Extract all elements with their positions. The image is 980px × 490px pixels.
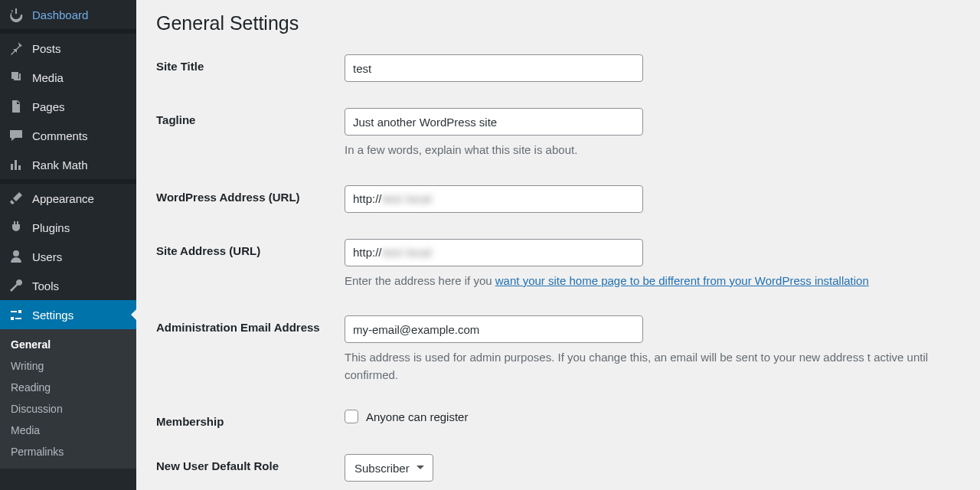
- sidebar-item-rankmath[interactable]: Rank Math: [0, 150, 136, 179]
- tagline-input[interactable]: [345, 108, 643, 136]
- submenu-item-permalinks[interactable]: Permalinks: [0, 441, 136, 462]
- sidebar-item-label: Dashboard: [32, 8, 88, 21]
- sidebar-item-label: Appearance: [32, 192, 94, 205]
- label-wp-url: WordPress Address (URL): [156, 185, 345, 204]
- submenu-item-writing[interactable]: Writing: [0, 355, 136, 377]
- comment-icon: [8, 127, 24, 144]
- site-url-help-link[interactable]: want your site home page to be different…: [495, 274, 869, 287]
- default-role-select[interactable]: Subscriber: [345, 454, 433, 482]
- sidebar-item-label: Users: [32, 250, 62, 263]
- membership-checkbox[interactable]: [345, 410, 358, 423]
- sidebar-item-pages[interactable]: Pages: [0, 92, 136, 121]
- sidebar-item-settings[interactable]: Settings: [0, 300, 136, 329]
- label-tagline: Tagline: [156, 108, 345, 126]
- admin-sidebar: Dashboard Posts Media Pages Comments Ran…: [0, 0, 136, 490]
- membership-checkbox-wrap[interactable]: Anyone can register: [345, 410, 960, 423]
- membership-checkbox-label: Anyone can register: [366, 410, 468, 423]
- site-url-input[interactable]: http:// test local: [345, 239, 643, 266]
- sidebar-item-label: Comments: [32, 129, 88, 142]
- sidebar-item-media[interactable]: Media: [0, 63, 136, 92]
- user-icon: [8, 248, 24, 265]
- sidebar-item-dashboard[interactable]: Dashboard: [0, 0, 136, 29]
- sidebar-item-label: Rank Math: [32, 158, 88, 172]
- sidebar-item-comments[interactable]: Comments: [0, 121, 136, 150]
- sidebar-item-appearance[interactable]: Appearance: [0, 184, 136, 213]
- sidebar-item-posts[interactable]: Posts: [0, 34, 136, 63]
- url-prefix: http://: [353, 192, 382, 205]
- sidebar-item-label: Posts: [32, 42, 61, 55]
- submenu-item-reading[interactable]: Reading: [0, 377, 136, 398]
- tagline-description: In a few words, explain what this site i…: [345, 142, 960, 159]
- row-admin-email: Administration Email Address This addres…: [156, 315, 960, 384]
- wrench-icon: [8, 277, 24, 294]
- wp-url-input[interactable]: http:// test local: [345, 185, 643, 213]
- main-content: General Settings Site Title Tagline In a…: [136, 0, 980, 490]
- media-icon: [8, 69, 24, 86]
- sliders-icon: [8, 306, 24, 323]
- label-site-url: Site Address (URL): [156, 239, 345, 257]
- label-admin-email: Administration Email Address: [156, 315, 345, 334]
- plug-icon: [8, 219, 24, 236]
- site-title-input[interactable]: [345, 54, 643, 82]
- desc-text: Enter the address here if you: [345, 274, 495, 287]
- pages-icon: [8, 98, 24, 115]
- label-default-role: New User Default Role: [156, 454, 345, 472]
- row-wp-url: WordPress Address (URL) http:// test loc…: [156, 185, 960, 213]
- url-blurred: test local: [383, 246, 432, 259]
- sidebar-item-label: Pages: [32, 100, 65, 113]
- row-membership: Membership Anyone can register: [156, 410, 960, 428]
- submenu-item-discussion[interactable]: Discussion: [0, 398, 136, 420]
- dashboard-icon: [8, 6, 24, 23]
- row-site-title: Site Title: [156, 54, 960, 82]
- url-blurred: test local: [383, 192, 432, 205]
- row-site-url: Site Address (URL) http:// test local En…: [156, 239, 960, 290]
- sidebar-item-users[interactable]: Users: [0, 242, 136, 271]
- pin-icon: [8, 40, 24, 57]
- url-prefix: http://: [353, 246, 382, 259]
- sidebar-item-label: Settings: [32, 309, 74, 322]
- settings-submenu: General Writing Reading Discussion Media…: [0, 329, 136, 469]
- admin-email-description: This address is used for admin purposes.…: [345, 349, 960, 384]
- sidebar-item-tools[interactable]: Tools: [0, 271, 136, 300]
- sidebar-item-label: Tools: [32, 279, 59, 292]
- sidebar-item-label: Plugins: [32, 221, 70, 234]
- label-membership: Membership: [156, 410, 345, 428]
- page-title: General Settings: [156, 12, 960, 34]
- chart-icon: [8, 156, 24, 173]
- sidebar-item-label: Media: [32, 71, 64, 84]
- sidebar-item-plugins[interactable]: Plugins: [0, 213, 136, 242]
- row-default-role: New User Default Role Subscriber: [156, 454, 960, 482]
- label-site-title: Site Title: [156, 54, 345, 73]
- admin-email-input[interactable]: [345, 315, 643, 343]
- submenu-item-general[interactable]: General: [0, 334, 136, 355]
- row-tagline: Tagline In a few words, explain what thi…: [156, 108, 960, 159]
- brush-icon: [8, 190, 24, 207]
- site-url-description: Enter the address here if you want your …: [345, 273, 960, 290]
- submenu-item-media[interactable]: Media: [0, 420, 136, 441]
